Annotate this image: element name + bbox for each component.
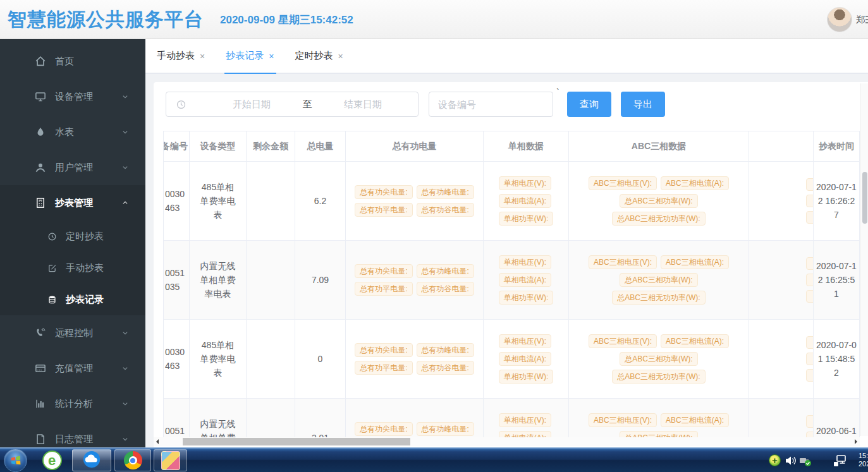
data-tag: 总有功峰电量: bbox=[417, 343, 474, 357]
sidebar-item-recharge-management[interactable]: 充值管理 bbox=[0, 351, 145, 386]
total-energy-cell: 3.91 bbox=[295, 399, 346, 438]
export-button[interactable]: 导出 bbox=[621, 92, 665, 117]
table-row: 0030463485单相单费率电表6.2总有功尖电量:总有功峰电量:总有功平电量… bbox=[163, 162, 860, 241]
read-time-cell: 2020-07-01 15:48:52 bbox=[814, 320, 860, 399]
file-icon bbox=[35, 433, 46, 445]
chevron-down-icon bbox=[121, 128, 130, 136]
sidebar-item-label: 日志管理 bbox=[55, 433, 93, 445]
chevron-down-icon bbox=[121, 92, 130, 101]
tag-stub bbox=[806, 290, 814, 303]
data-tag: 总有功峰电量: bbox=[417, 185, 474, 199]
hidden-column-cell bbox=[749, 399, 814, 438]
meter-icon bbox=[35, 197, 46, 209]
single-phase-cell: 单相电压(V):单相电流(A):单相功率(W): bbox=[484, 399, 569, 438]
data-tag: 总有功平电量: bbox=[355, 203, 412, 217]
usb-device-icon[interactable] bbox=[799, 454, 812, 467]
ie-360-browser-button[interactable]: e bbox=[38, 450, 66, 471]
tag-stub bbox=[806, 353, 814, 365]
user-icon bbox=[35, 162, 46, 173]
horizontal-scrollbar[interactable] bbox=[154, 437, 860, 446]
sidebar-item-home[interactable]: 首页 bbox=[0, 44, 145, 79]
device-id-cell: 0030463 bbox=[163, 162, 190, 241]
data-tag: 总有功峰电量: bbox=[417, 422, 474, 436]
tag-stub bbox=[806, 178, 814, 191]
chevron-down-icon bbox=[121, 364, 130, 373]
data-tag: 单相电压(V): bbox=[499, 334, 551, 348]
vertical-scrollbar-thumb[interactable] bbox=[862, 172, 867, 224]
data-tag: 单相电流(A): bbox=[499, 194, 551, 208]
data-tag: 总有功尖电量: bbox=[355, 185, 412, 199]
app-header: 智慧能源公共服务平台 2020-09-09 星期三15:42:52 郑 bbox=[0, 0, 868, 39]
scroll-left-arrow-icon[interactable] bbox=[156, 439, 159, 444]
hidden-column-cell bbox=[749, 241, 814, 320]
tab-label: 抄表记录 bbox=[226, 50, 264, 62]
close-icon[interactable]: × bbox=[338, 51, 343, 61]
read-time-cell: 2020-07-12 16:26:27 bbox=[814, 162, 860, 241]
query-button[interactable]: 查询 bbox=[567, 92, 611, 117]
data-tag: 单相功率(W): bbox=[499, 291, 554, 305]
water-drop-icon bbox=[35, 126, 46, 138]
sidebar-item-meter-reading-management[interactable]: 抄表管理 bbox=[0, 185, 145, 221]
hidden-column-cell bbox=[749, 162, 814, 241]
sidebar-item-statistics-analysis[interactable]: 统计分析 bbox=[0, 386, 145, 421]
active-energy-cell: 总有功尖电量:总有功峰电量:总有功平电量:总有功谷电量: bbox=[346, 320, 484, 399]
sidebar-item-remote-control[interactable]: 远程控制 bbox=[0, 315, 145, 351]
horizontal-scrollbar-thumb[interactable] bbox=[183, 438, 410, 445]
taskbar-clock[interactable]: 15:42 2020-09-09 bbox=[859, 452, 868, 468]
device-type-cell: 485单相单费率电表 bbox=[190, 320, 247, 399]
stray-mark: ` bbox=[556, 87, 559, 97]
data-tag: 总ABC三相无功功率(W): bbox=[612, 212, 705, 226]
taskbar: e + 15:42 2020-09-09 bbox=[0, 447, 868, 472]
start-button[interactable] bbox=[4, 449, 27, 472]
data-tag: 总ABC三相无功功率(W): bbox=[612, 291, 705, 305]
table-header-row: 设备编号设备类型剩余金额总电量总有功电量单相数据ABC三相数据抄表时间 bbox=[163, 131, 860, 162]
vertical-scrollbar[interactable] bbox=[860, 83, 868, 436]
data-tag: ABC三相电压(V): bbox=[589, 334, 657, 348]
column-header bbox=[749, 131, 814, 162]
three-phase-cell: ABC三相电压(V):ABC三相电流(A):总ABC三相功率(W):总ABC三相… bbox=[569, 320, 749, 399]
tab-scheduled-reading[interactable]: 定时抄表 × bbox=[295, 39, 343, 73]
column-header: ABC三相数据 bbox=[569, 131, 749, 162]
sidebar-item-manual-reading[interactable]: 手动抄表 bbox=[0, 252, 145, 284]
active-energy-cell: 总有功尖电量:总有功峰电量:总有功平电量:总有功谷电量: bbox=[346, 399, 484, 438]
tag-stub bbox=[806, 211, 814, 224]
360-safety-tray-icon[interactable]: + bbox=[769, 454, 781, 466]
active-energy-cell: 总有功尖电量:总有功峰电量:总有功平电量:总有功谷电量: bbox=[346, 241, 484, 320]
sidebar-item-device-management[interactable]: 设备管理 bbox=[0, 79, 145, 114]
sidebar: 首页设备管理水表用户管理抄表管理定时抄表手动抄表抄表记录远程控制充值管理统计分析… bbox=[0, 39, 145, 447]
network-icon[interactable] bbox=[833, 454, 846, 467]
data-tag: ABC三相电压(V): bbox=[589, 255, 657, 269]
username[interactable]: 郑 bbox=[856, 0, 865, 39]
data-tag: 单相电流(A): bbox=[499, 352, 551, 366]
close-icon[interactable]: × bbox=[200, 51, 205, 61]
sidebar-item-label: 手动抄表 bbox=[66, 262, 104, 274]
three-phase-cell: ABC三相电压(V):ABC三相电流(A):总ABC三相功率(W):总ABC三相… bbox=[569, 399, 749, 438]
start-date-placeholder: 开始日期 bbox=[214, 99, 290, 111]
tab-manual-reading[interactable]: 手动抄表 × bbox=[157, 39, 205, 73]
scroll-right-arrow-icon[interactable] bbox=[855, 439, 857, 444]
sidebar-item-label: 远程控制 bbox=[55, 327, 93, 339]
close-icon[interactable]: × bbox=[269, 51, 274, 61]
clock-date: 2020-09-09 bbox=[859, 460, 868, 468]
chrome-button[interactable] bbox=[114, 449, 151, 471]
hidden-column-cell bbox=[749, 320, 814, 399]
device-number-input[interactable] bbox=[429, 92, 553, 117]
device-type-cell: 485单相单费率电表 bbox=[190, 162, 247, 241]
data-tag: 单相功率(W): bbox=[499, 370, 554, 384]
sidebar-item-water-meter[interactable]: 水表 bbox=[0, 114, 145, 150]
sidebar-item-scheduled-reading[interactable]: 定时抄表 bbox=[0, 221, 145, 252]
data-tag: ABC三相电压(V): bbox=[589, 413, 657, 427]
clock-time: 15:42 bbox=[859, 452, 868, 460]
avatar[interactable] bbox=[827, 7, 852, 32]
read-time-cell: 2020-06-11 17:10: bbox=[814, 399, 860, 438]
date-range-picker[interactable]: 开始日期 至 结束日期 bbox=[166, 92, 419, 117]
photos-app-button[interactable] bbox=[154, 449, 187, 471]
volume-icon[interactable] bbox=[785, 454, 798, 467]
table-row: 0030463485单相单费率电表0总有功尖电量:总有功峰电量:总有功平电量:总… bbox=[163, 320, 860, 399]
sidebar-item-user-management[interactable]: 用户管理 bbox=[0, 150, 145, 185]
sidebar-item-reading-records[interactable]: 抄表记录 bbox=[0, 284, 145, 315]
chevron-up-icon bbox=[121, 198, 130, 207]
column-header: 设备类型 bbox=[190, 131, 247, 162]
tab-reading-records[interactable]: 抄表记录 × bbox=[226, 39, 274, 73]
qq-browser-button[interactable] bbox=[72, 449, 111, 471]
